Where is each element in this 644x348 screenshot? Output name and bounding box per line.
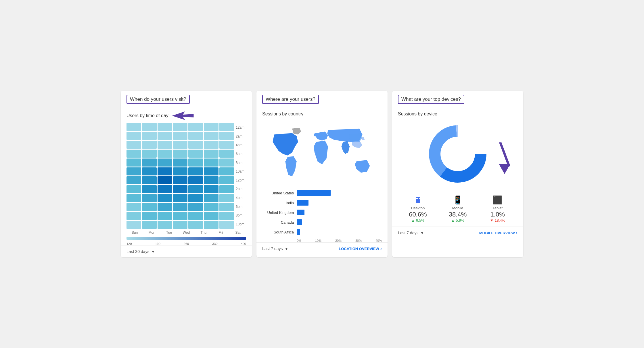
mobile-pct: 38.4% [438,211,478,218]
heatmap-cell [188,212,203,220]
heatmap-cell [158,194,172,202]
time-label: 2pm [236,185,246,193]
card-location: Where are your users? Sessions by countr… [256,91,388,257]
svg-marker-3 [499,164,510,174]
time-label: 4am [236,141,246,149]
heatmap-cell [126,141,141,149]
heatmap-cell [142,141,157,149]
map-title: Sessions by country [262,111,382,117]
card3-dropdown-icon[interactable]: ▼ [420,231,424,235]
heatmap-cell [173,132,188,140]
legend-val-2: 260 [184,242,189,245]
tablet-icon: ⬛ [478,195,518,205]
card1-dropdown-icon[interactable]: ▼ [151,249,155,254]
bar-label: Canada [262,220,294,225]
card2-body: Sessions by country [256,109,388,242]
legend-val-4: 400 [241,242,246,245]
card2-dropdown-icon[interactable]: ▼ [285,246,289,251]
axis-40: 40% [375,239,382,242]
heatmap-cell [219,221,234,229]
heatmap-cell [219,132,234,140]
heatmap-cell [173,158,188,167]
heatmap-cell [142,203,157,211]
heatmap-cell [219,141,234,149]
bar-label: India [262,201,294,205]
svg-line-2 [500,142,509,165]
bar-row: United Kingdom [262,210,382,215]
heatmap-cell [126,203,141,211]
heatmap-cell [188,150,203,158]
location-overview-link[interactable]: LOCATION OVERVIEW › [339,246,382,251]
heatmap-cell [204,158,218,167]
bar-chart: United States India United Kingdom Canad… [262,190,382,235]
bar-fill [297,229,300,235]
legend-val-0: 120 [126,242,132,245]
heatmap-cell [158,221,172,229]
heatmap-cell [173,194,188,202]
time-label: 4pm [236,194,246,202]
heatmap-cell [204,176,218,184]
heatmap-cell [204,221,218,229]
tablet-change: ▼ 18.4% [478,218,518,223]
time-label: 6am [236,150,246,158]
card3-footer: Last 7 days ▼ MOBILE OVERVIEW › [392,227,523,239]
day-label: Wed [178,231,195,235]
mobile-overview-link[interactable]: MOBILE OVERVIEW › [479,230,518,235]
heatmap-cell [188,176,203,184]
heatmap-cell [173,176,188,184]
heatmap-cell [188,203,203,211]
bar-fill [297,219,302,225]
bar-fill [297,200,308,206]
bar-outer [297,200,382,206]
mobile-icon: 📱 [438,195,478,205]
world-map-svg [262,119,382,185]
day-label: Tue [161,231,177,235]
heatmap-cell [126,212,141,220]
heatmap-cell [173,123,188,131]
heatmap-cell [204,203,218,211]
card2-footer: Last 7 days ▼ LOCATION OVERVIEW › [256,242,388,255]
heatmap-cell [204,141,218,149]
desktop-label: Desktop [398,206,438,210]
mobile-label: Mobile [438,206,478,210]
heatmap-cell [142,194,157,202]
device-stat-desktop: 🖥 Desktop 60.6% ▲ 6.5% [398,195,438,223]
heatmap-cell [204,167,218,175]
axis-30: 30% [355,239,362,242]
heatmap-cell [188,167,203,175]
heatmap-cell [204,132,218,140]
heatmap-cell [173,203,188,211]
time-label: 10am [236,167,246,175]
donut-chart [423,119,492,188]
device-stat-mobile: 📱 Mobile 38.4% ▲ 5.9% [438,195,478,223]
time-label: 10pm [236,220,246,228]
time-label: 8am [236,159,246,167]
heatmap-cell [158,150,172,158]
card1-footer: Last 30 days ▼ [121,245,252,257]
bar-row: India [262,200,382,206]
heatmap-cell [173,212,188,220]
svg-marker-0 [172,111,193,120]
legend-val-1: 190 [155,242,160,245]
heatmap-time-labels: 12am2am4am6am8am10am12pm2pm4pm6pm8pm10pm [236,123,246,229]
heatmap-cell [188,158,203,167]
heatmap-cell [219,176,234,184]
heatmap-cell [142,176,157,184]
heatmap-cell [219,123,234,131]
heatmap-cell [142,132,157,140]
heatmap-cell [158,203,172,211]
bar-label: United States [262,191,294,195]
mobile-overview-chevron: › [516,230,518,235]
card3-question: What are your top devices? [398,95,464,104]
heatmap-cell [126,167,141,175]
heatmap-cell [158,185,172,193]
legend-gradient [126,237,246,240]
time-label: 2am [236,132,246,140]
heatmap-cell [126,221,141,229]
heatmap-cell [204,123,218,131]
heatmap-cell [158,158,172,167]
legend-val-3: 330 [212,242,217,245]
day-label: Thu [195,231,212,235]
heatmap-cell [188,141,203,149]
heatmap-cell [126,158,141,167]
